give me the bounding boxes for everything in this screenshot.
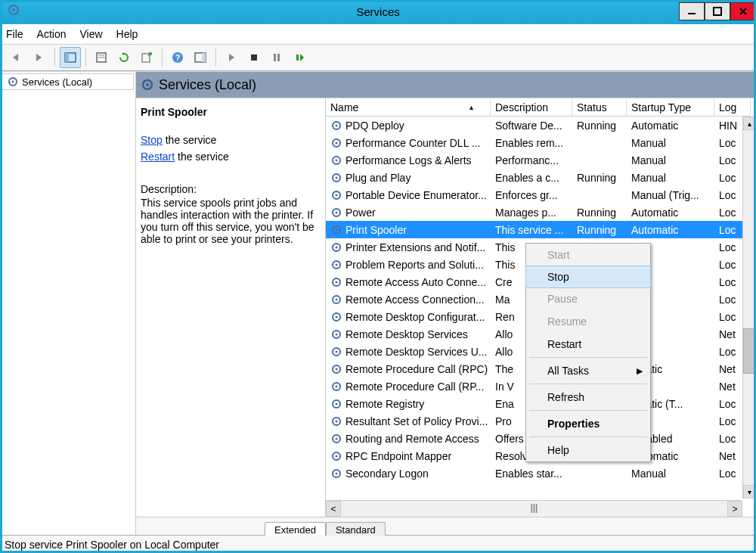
properties-button[interactable] [91, 47, 112, 68]
service-icon [330, 276, 342, 288]
refresh-button[interactable] [113, 47, 135, 68]
restart-service-button[interactable] [289, 47, 310, 68]
cell-startup: Manual (Trig... [627, 186, 714, 203]
help-button[interactable]: ? [167, 47, 188, 68]
service-icon [330, 311, 342, 323]
scroll-left-button[interactable]: < [326, 501, 341, 517]
cell-desc: Manages p... [491, 203, 572, 221]
maximize-button[interactable] [705, 2, 730, 20]
cell-name: Remote Desktop Services [326, 325, 491, 343]
svg-point-45 [336, 315, 338, 318]
tab-extended[interactable]: Extended [265, 522, 326, 536]
window-title: Services [356, 5, 400, 18]
cell-name: Remote Access Auto Conne... [326, 273, 491, 290]
service-icon [330, 363, 342, 375]
cell-status: Running [572, 203, 627, 221]
start-service-button[interactable] [221, 47, 242, 68]
menu-view[interactable]: View [79, 28, 102, 40]
menu-action[interactable]: Action [37, 28, 67, 40]
svg-rect-5 [65, 53, 69, 62]
menu-bar: File Action View Help [0, 23, 756, 44]
back-button[interactable] [6, 47, 27, 68]
cell-status [572, 151, 627, 169]
service-icon [330, 207, 342, 219]
service-icon [330, 433, 342, 445]
services-icon [7, 76, 19, 88]
cell-desc: Enables rem... [491, 134, 572, 151]
column-startup[interactable]: Startup Type [627, 98, 714, 117]
cell-desc: Enables star... [491, 464, 572, 482]
export-button[interactable] [136, 47, 157, 68]
horizontal-scrollbar[interactable]: < Ⅲ > [326, 500, 742, 517]
svg-point-43 [336, 298, 338, 300]
submenu-arrow-icon: ▶ [637, 366, 643, 376]
cell-name: Resultant Set of Policy Provi... [326, 412, 491, 430]
ctx-refresh[interactable]: Refresh [526, 386, 650, 409]
cell-name: Portable Device Enumerator... [326, 186, 491, 203]
table-row[interactable]: Plug and PlayEnables a c...RunningManual… [326, 169, 756, 186]
svg-point-39 [336, 263, 338, 266]
status-bar: Stop service Print Spooler on Local Comp… [0, 535, 756, 553]
scroll-thumb[interactable] [743, 328, 756, 374]
ctx-properties[interactable]: Properties [526, 412, 650, 435]
column-log[interactable]: Log [714, 98, 751, 117]
service-icon [330, 328, 342, 340]
tab-standard[interactable]: Standard [326, 522, 386, 536]
service-icon [330, 224, 342, 236]
restart-link[interactable]: Restart [141, 151, 175, 163]
show-hide-tree-button[interactable] [60, 47, 81, 68]
table-row[interactable]: Performance Logs & AlertsPerformanc...Ma… [326, 151, 756, 169]
cell-name: Print Spooler [326, 221, 491, 238]
action-pane-button[interactable] [190, 47, 211, 68]
ctx-help[interactable]: Help [526, 439, 650, 461]
cell-desc: Performanc... [491, 151, 572, 169]
description-label: Description: [141, 183, 319, 195]
table-row[interactable]: PDQ DeploySoftware De...RunningAutomatic… [326, 117, 756, 134]
table-row[interactable]: Secondary LogonEnables star...ManualLoc [326, 464, 756, 482]
cell-name: Secondary Logon [326, 464, 491, 482]
stop-link[interactable]: Stop [141, 134, 163, 146]
table-row[interactable]: PowerManages p...RunningAutomaticLoc [326, 203, 756, 221]
table-row[interactable]: Portable Device Enumerator...Enforces gr… [326, 186, 756, 203]
scroll-right-button[interactable]: > [727, 501, 742, 517]
cell-name: Remote Desktop Services U... [326, 343, 491, 360]
forward-button[interactable] [29, 47, 50, 68]
service-icon [330, 172, 342, 184]
ctx-stop[interactable]: Stop [525, 266, 651, 288]
table-row[interactable]: Print SpoolerThis service ...RunningAuto… [326, 221, 756, 238]
vertical-scrollbar[interactable]: ▴ ▾ [742, 117, 756, 499]
svg-point-49 [336, 350, 338, 353]
pause-service-button[interactable] [266, 47, 287, 68]
service-icon [330, 398, 342, 410]
cell-name: Plug and Play [326, 169, 491, 186]
svg-point-1 [12, 8, 15, 11]
svg-text:?: ? [175, 53, 181, 62]
close-button[interactable] [730, 2, 756, 20]
ctx-start: Start [526, 244, 650, 266]
column-name[interactable]: Name▴ [326, 98, 491, 117]
svg-rect-15 [274, 54, 276, 61]
svg-point-33 [336, 211, 338, 213]
menu-file[interactable]: File [6, 28, 23, 40]
scroll-down-button[interactable]: ▾ [743, 485, 756, 499]
minimize-button[interactable] [679, 2, 705, 20]
column-description[interactable]: Description [491, 98, 572, 117]
stop-service-button[interactable] [243, 47, 265, 68]
tree-root[interactable]: Services (Local) [2, 73, 134, 90]
svg-point-27 [336, 159, 338, 161]
hscroll-track[interactable]: Ⅲ [341, 501, 727, 517]
scroll-up-button[interactable]: ▴ [743, 117, 756, 130]
ctx-all-tasks[interactable]: All Tasks▶ [526, 359, 650, 382]
header-icon [141, 78, 154, 92]
ctx-resume: Resume [526, 310, 650, 333]
svg-point-35 [336, 228, 338, 231]
ctx-restart[interactable]: Restart [526, 333, 650, 356]
menu-help[interactable]: Help [116, 28, 138, 40]
service-icon [330, 137, 342, 149]
service-icon [330, 450, 342, 462]
svg-point-59 [336, 437, 338, 440]
table-row[interactable]: Performance Counter DLL ...Enables rem..… [326, 134, 756, 151]
column-status[interactable]: Status [572, 98, 627, 117]
cell-name: Remote Registry [326, 395, 491, 412]
cell-status: Running [572, 169, 627, 186]
